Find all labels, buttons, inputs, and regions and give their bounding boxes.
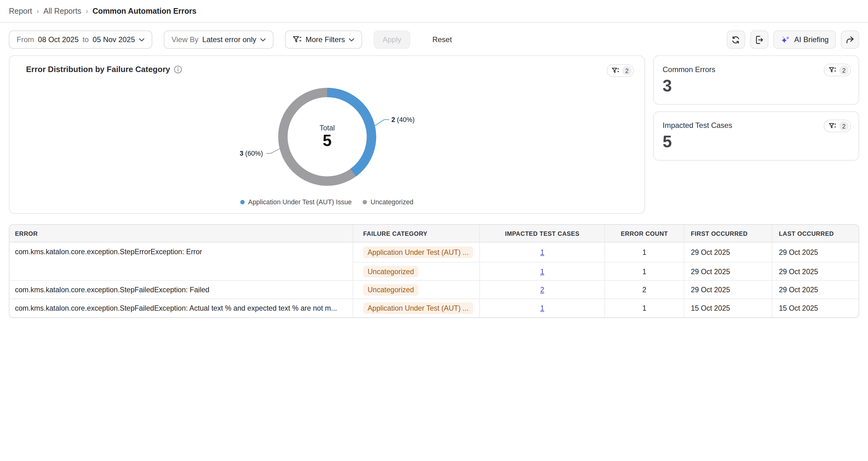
filter-toolbar: From 08 Oct 2025 to 05 Nov 2025 View By … <box>9 31 859 49</box>
failure-category-badge: Application Under Test (AUT) ... <box>363 302 473 314</box>
breadcrumb-all-reports[interactable]: All Reports <box>43 6 82 15</box>
impacted-test-cases-value: 5 <box>662 132 672 151</box>
view-by-dropdown[interactable]: View By Latest error only <box>164 31 273 49</box>
error-count-cell: 1 <box>605 263 684 281</box>
kpi-filter-count: 2 <box>839 65 849 75</box>
date-range-joiner: to <box>83 36 89 44</box>
breadcrumb-separator: › <box>86 7 88 15</box>
failure-category-cell: Application Under Test (AUT) ... <box>353 243 480 263</box>
first-occurred-cell: 29 Oct 2025 <box>684 243 772 263</box>
refresh-icon <box>732 35 740 44</box>
last-occurred-cell: 29 Oct 2025 <box>772 281 859 299</box>
error-count-cell: 1 <box>605 243 684 263</box>
error-message: com.kms.katalon.core.exception.StepFaile… <box>9 281 353 299</box>
filter-icon <box>612 68 620 74</box>
col-header-impacted-test-cases: IMPACTED TEST CASES <box>480 225 605 243</box>
donut-center: Total 5 <box>319 124 335 150</box>
view-by-value: Latest error only <box>203 36 256 44</box>
chart-title: Error Distribution by Failure Category <box>26 65 170 73</box>
failure-category-badge: Application Under Test (AUT) ... <box>363 246 473 258</box>
legend-label: Uncategorized <box>371 198 413 206</box>
last-occurred-cell: 29 Oct 2025 <box>772 263 859 281</box>
info-icon[interactable] <box>174 65 182 73</box>
breadcrumb-separator: › <box>36 7 39 15</box>
impacted-test-cases-link[interactable]: 1 <box>540 304 545 312</box>
chevron-down-icon <box>139 38 144 42</box>
table-row: com.kms.katalon.core.exception.StepFaile… <box>9 281 859 299</box>
breadcrumb: Report › All Reports › Common Automation… <box>0 0 868 23</box>
toolbar-right-group: AI Briefing <box>727 31 859 49</box>
error-count-cell: 1 <box>605 299 684 317</box>
callout-uncategorized: 3 (60%) <box>240 149 263 157</box>
kpi-title: Impacted Test Cases <box>662 121 732 130</box>
col-header-last-occurred: LAST OCCURRED <box>772 225 859 243</box>
error-message: com.kms.katalon.core.exception.StepFaile… <box>9 299 353 317</box>
table-row: com.kms.katalon.core.exception.StepFaile… <box>9 299 859 317</box>
col-header-error: ERROR <box>9 225 353 243</box>
errors-table: ERROR FAILURE CATEGORY IMPACTED TEST CAS… <box>9 224 859 318</box>
breadcrumb-report[interactable]: Report <box>9 6 32 15</box>
col-header-first-occurred: FIRST OCCURRED <box>684 225 772 243</box>
filter-icon <box>829 123 837 129</box>
table-header-row: ERROR FAILURE CATEGORY IMPACTED TEST CAS… <box>9 225 859 243</box>
export-button[interactable] <box>750 31 768 49</box>
impacted-test-cases-filter-chip[interactable]: 2 <box>824 120 851 132</box>
common-errors-value: 3 <box>662 76 672 95</box>
callout-aut-issue: 2 (40%) <box>391 116 415 124</box>
first-occurred-cell: 15 Oct 2025 <box>684 299 772 317</box>
filter-icon <box>829 67 837 73</box>
first-occurred-cell: 29 Oct 2025 <box>684 263 772 281</box>
view-by-prefix: View By <box>172 36 198 44</box>
refresh-button[interactable] <box>727 31 745 49</box>
ai-briefing-button[interactable]: AI Briefing <box>773 31 836 49</box>
chart-filter-count: 2 <box>622 66 632 75</box>
page-title: Common Automation Errors <box>93 6 196 15</box>
failure-category-cell: Uncategorized <box>353 281 480 299</box>
table-row: com.kms.katalon.core.exception.StepError… <box>9 243 859 263</box>
chevron-down-icon <box>260 38 266 42</box>
donut-total-label: Total <box>319 124 335 132</box>
impacted-test-cases-cell: 1 <box>480 263 605 281</box>
donut-chart <box>9 56 645 214</box>
impacted-test-cases-cell: 1 <box>480 243 605 263</box>
failure-category-cell: Uncategorized <box>353 263 480 281</box>
report-page: Report › All Reports › Common Automation… <box>0 0 868 461</box>
share-button[interactable] <box>841 31 859 49</box>
last-occurred-cell: 15 Oct 2025 <box>772 299 859 317</box>
legend-item-aut-issue[interactable]: Application Under Test (AUT) Issue <box>240 198 352 206</box>
date-range-prefix: From <box>17 36 34 44</box>
legend-dot-blue <box>240 200 245 204</box>
col-header-error-count: ERROR COUNT <box>605 225 684 243</box>
more-filters-label: More Filters <box>306 36 345 44</box>
chart-filter-chip[interactable]: 2 <box>607 64 634 77</box>
failure-category-cell: Application Under Test (AUT) ... <box>353 299 480 317</box>
failure-category-badge: Uncategorized <box>363 284 418 296</box>
date-range-dropdown[interactable]: From 08 Oct 2025 to 05 Nov 2025 <box>9 31 152 49</box>
chevron-down-icon <box>349 38 354 42</box>
col-header-failure-category: FAILURE CATEGORY <box>353 225 480 243</box>
common-errors-card: Common Errors 2 3 <box>653 56 859 105</box>
ai-briefing-label: AI Briefing <box>794 36 829 44</box>
apply-button[interactable]: Apply <box>374 31 410 49</box>
first-occurred-cell: 29 Oct 2025 <box>684 281 772 299</box>
impacted-test-cases-link[interactable]: 1 <box>540 248 545 256</box>
export-icon <box>754 35 763 44</box>
date-range-end: 05 Nov 2025 <box>93 36 135 44</box>
error-message: com.kms.katalon.core.exception.StepError… <box>9 243 353 281</box>
legend-label: Application Under Test (AUT) Issue <box>248 198 352 206</box>
toolbar-left-group: From 08 Oct 2025 to 05 Nov 2025 View By … <box>9 31 454 49</box>
legend-dot-gray <box>363 200 367 204</box>
impacted-test-cases-card: Impacted Test Cases 2 5 <box>653 111 859 161</box>
kpi-title: Common Errors <box>662 65 715 74</box>
impacted-test-cases-link[interactable]: 1 <box>540 267 545 276</box>
reset-button[interactable]: Reset <box>430 31 454 49</box>
error-distribution-card: Error Distribution by Failure Category 2… <box>9 56 645 214</box>
failure-category-badge: Uncategorized <box>363 266 418 277</box>
impacted-test-cases-link[interactable]: 2 <box>540 285 545 294</box>
legend-item-uncategorized[interactable]: Uncategorized <box>363 198 413 206</box>
ai-sparkles-icon <box>780 35 790 44</box>
share-icon <box>845 35 855 44</box>
common-errors-filter-chip[interactable]: 2 <box>824 64 851 76</box>
last-occurred-cell: 29 Oct 2025 <box>772 243 859 263</box>
more-filters-dropdown[interactable]: More Filters <box>285 31 362 49</box>
